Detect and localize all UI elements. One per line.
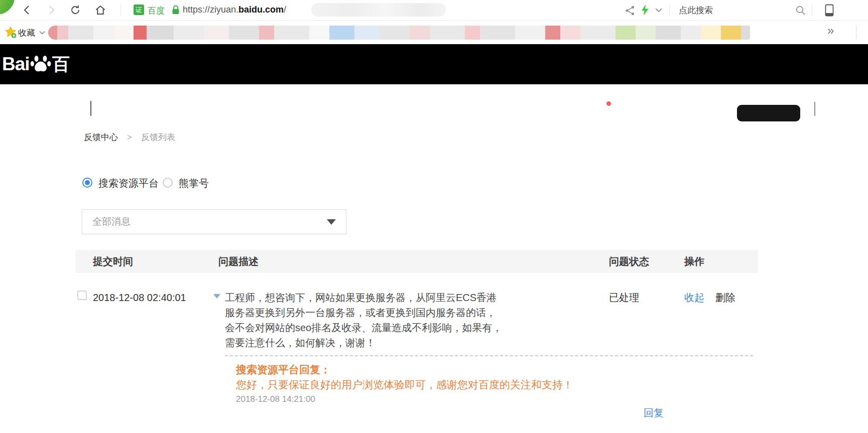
message-filter-dropdown[interactable]: 全部消息 — [82, 209, 346, 234]
url-redaction-blob — [311, 3, 446, 17]
nav-item-site-support[interactable]: 网站支持 — [325, 88, 373, 128]
dropdown-caret-icon — [327, 219, 336, 225]
nav-item-cooperation[interactable]: 资源合作 — [490, 88, 539, 128]
forward-icon[interactable] — [45, 4, 57, 16]
cert-badge[interactable]: 证 — [134, 5, 144, 15]
action-collapse[interactable]: 收起 — [684, 290, 704, 305]
nav-item-academy[interactable]: 搜索学院 — [242, 88, 291, 128]
clipped-glyph-fragment — [863, 104, 868, 116]
paw-icon — [29, 52, 52, 75]
quick-search-box[interactable]: 点此搜索 — [679, 5, 713, 16]
reply-divider — [225, 355, 753, 356]
favorites-star-icon[interactable] — [4, 26, 17, 39]
favorites-chevron-icon[interactable] — [38, 30, 46, 36]
radio-platform-label[interactable]: 搜索资源平台 — [98, 177, 159, 190]
col-header-actions: 操作 — [684, 250, 704, 273]
url-path: / — [284, 5, 286, 15]
nav-item-xiongzhang[interactable]: 熊掌号 — [573, 88, 609, 128]
radio-xiongzhang[interactable] — [163, 178, 173, 188]
browser-toolbar: 证 百度 https://ziyuan.baidu.com/ 点此搜索 — [0, 0, 868, 21]
col-header-time: 提交时间 — [93, 250, 133, 273]
lock-icon[interactable] — [171, 5, 181, 16]
toolbar-chevron-down-icon[interactable] — [654, 7, 663, 14]
row-status: 已处理 — [609, 290, 639, 305]
bookmarks-redaction-strip[interactable] — [48, 26, 750, 40]
toolbar-separator-2 — [669, 4, 670, 16]
reply-time: 2018-12-08 14:21:00 — [236, 392, 573, 406]
reply-block: 搜索资源平台回复： 您好，只要保证良好的用户浏览体验即可，感谢您对百度的关注和支… — [236, 362, 573, 406]
breadcrumb: 反馈中心>反馈列表 — [84, 131, 175, 143]
lightning-icon[interactable] — [640, 4, 651, 16]
issue-desc-line-1: 工程师，想咨询下，网站如果更换服务器，从阿里云ECS香港 — [225, 290, 502, 305]
bookmarks-more-icon[interactable]: » — [827, 24, 834, 38]
logo-text-cn: 百度 — [52, 44, 70, 124]
breadcrumb-root[interactable]: 反馈中心 — [84, 132, 118, 142]
home-icon[interactable] — [94, 4, 106, 16]
nav-item-home[interactable]: 首页 — [183, 88, 207, 128]
platform-name: 搜索资源平台 — [98, 88, 171, 128]
reply-title: 搜索资源平台回复： — [236, 362, 573, 377]
row-checkbox[interactable] — [77, 291, 87, 300]
breadcrumb-current: 反馈列表 — [141, 132, 175, 142]
toolbar-separator-3 — [812, 4, 812, 16]
cert-site-label[interactable]: 百度 — [148, 5, 165, 17]
col-header-desc: 问题描述 — [218, 250, 259, 273]
phone-icon[interactable] — [823, 4, 835, 18]
url-scheme: https://ziyuan. — [183, 5, 238, 15]
table-header: 提交时间 问题描述 问题状态 操作 — [75, 250, 758, 273]
nav-item-interaction[interactable]: 互动交流 — [408, 88, 456, 128]
toolbar-separator-1 — [120, 4, 121, 16]
logo-text-latin: Bai — [2, 44, 30, 84]
collapse-triangle-icon[interactable] — [213, 294, 220, 299]
bookmarks-separator — [856, 25, 856, 39]
radio-xiongzhang-label[interactable]: 熊掌号 — [179, 177, 209, 190]
username-redaction[interactable] — [737, 105, 800, 121]
reply-body: 您好，只要保证良好的用户浏览体验即可，感谢您对百度的关注和支持！ — [236, 377, 573, 392]
radio-platform[interactable] — [82, 178, 92, 188]
share-icon[interactable] — [624, 5, 636, 17]
issue-description: 工程师，想咨询下，网站如果更换服务器，从阿里云ECS香港 服务器更换到另外一台服… — [225, 290, 502, 350]
favorites-label[interactable]: 收藏 — [18, 27, 35, 39]
row-submit-time: 2018-12-08 02:40:01 — [93, 290, 186, 305]
search-icon[interactable] — [795, 5, 807, 17]
refresh-icon[interactable] — [69, 4, 81, 16]
address-bar[interactable]: https://ziyuan.baidu.com/ — [183, 5, 286, 15]
browser-logo-fragment — [0, 0, 19, 15]
bookmarks-bar: 收藏 » — [0, 21, 868, 45]
url-host: baidu.com — [238, 5, 284, 15]
col-header-status: 问题状态 — [609, 250, 649, 273]
reply-link[interactable]: 回复 — [644, 406, 664, 420]
breadcrumb-separator: > — [127, 132, 132, 142]
action-delete[interactable]: 删除 — [715, 290, 735, 305]
issue-desc-line-4: 需要注意什么，如何解决，谢谢！ — [225, 335, 502, 350]
site-navbar: Bai 百度 搜索资源平台 首页 搜索学院 网站支持 互动交流 资源合作 熊掌号… — [0, 44, 868, 84]
nav-item-user-center[interactable]: 用户中心 — [636, 88, 684, 128]
notification-dot — [606, 101, 611, 106]
issue-desc-line-3: 会不会对网站的seo排名及收录、流量造成不利影响，如果有， — [225, 320, 502, 335]
back-icon[interactable] — [21, 4, 33, 16]
issue-desc-line-2: 服务器更换到另外一台服务器，或者更换到国内服务器的话， — [225, 305, 502, 320]
logo-separator — [90, 101, 91, 116]
dropdown-value: 全部消息 — [92, 210, 131, 234]
navbar-separator — [814, 102, 815, 116]
